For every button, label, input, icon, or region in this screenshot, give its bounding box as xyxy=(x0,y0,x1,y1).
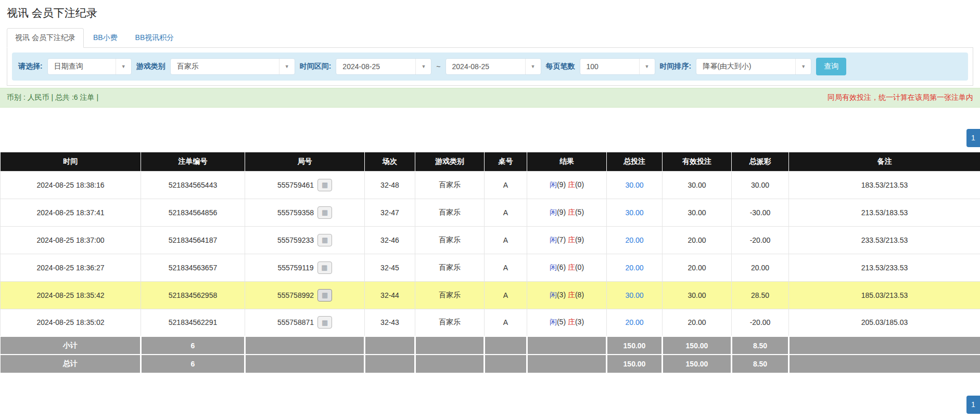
round-number-text: 555759233 xyxy=(277,236,314,244)
date-from-select[interactable]: 2024-08-25 ▼ xyxy=(336,58,431,75)
page-size-value: 100 xyxy=(580,62,639,71)
round-preview-icon[interactable]: ▦ xyxy=(317,179,332,191)
column-header-6: 结果 xyxy=(527,152,607,171)
total-bet-link[interactable]: 20.00 xyxy=(625,264,643,272)
result-player-value: (9) xyxy=(557,208,568,216)
result-player-value: (6) xyxy=(557,263,568,271)
info-bar: 币别 : 人民币 | 总共 :6 注单 | 同局有效投注，统一计算在该局第一张注… xyxy=(0,88,980,108)
cell-total-bet[interactable]: 20.00 xyxy=(607,254,663,281)
pagination-bottom: 1 xyxy=(0,396,980,414)
summary-count: 6 xyxy=(141,355,245,373)
round-preview-icon[interactable]: ▦ xyxy=(317,206,332,219)
round-preview-icon[interactable]: ▦ xyxy=(317,289,332,302)
cell-game-type: 百家乐 xyxy=(415,254,485,281)
query-type-value: 日期查询 xyxy=(48,62,116,71)
cell-total-bet[interactable]: 30.00 xyxy=(607,171,663,199)
cell-result: 闲(5) 庄(3) xyxy=(527,309,607,336)
round-number-group: 555759119▦ xyxy=(277,261,332,274)
page-title: 视讯 会员下注纪录 xyxy=(7,6,980,20)
grandtotal-row: 总计6150.00150.008.50 xyxy=(1,355,980,373)
cell-table-number: A xyxy=(485,281,527,309)
table-row: 2024-08-25 18:37:41521834564856555759358… xyxy=(1,199,980,226)
round-preview-icon[interactable]: ▦ xyxy=(317,261,332,274)
tab-2[interactable]: BB视讯积分 xyxy=(127,28,183,48)
chevron-down-icon: ▼ xyxy=(415,59,431,74)
summary-empty xyxy=(527,355,607,373)
page-1-button[interactable]: 1 xyxy=(966,129,980,147)
cell-total-bet[interactable]: 20.00 xyxy=(607,226,663,254)
search-button[interactable]: 查询 xyxy=(816,58,846,75)
result-player-value: (3) xyxy=(557,291,568,299)
table-row: 2024-08-25 18:35:42521834562958555758992… xyxy=(1,281,980,309)
cell-session: 32-46 xyxy=(365,226,415,254)
cell-result: 闲(7) 庄(9) xyxy=(527,226,607,254)
result-banker-label: 庄 xyxy=(568,291,575,299)
page-1-button[interactable]: 1 xyxy=(966,396,980,414)
total-bet-link[interactable]: 30.00 xyxy=(625,208,643,217)
date-to-value: 2024-08-25 xyxy=(446,62,525,71)
cell-session: 32-48 xyxy=(365,171,415,199)
cell-remark: 205.03/185.03 xyxy=(789,309,980,336)
result-banker-label: 庄 xyxy=(568,318,575,326)
result-banker-label: 庄 xyxy=(568,235,575,244)
cell-bet-number: 521834562958 xyxy=(141,281,245,309)
chevron-down-icon: ▼ xyxy=(639,59,655,74)
page-size-select[interactable]: 100 ▼ xyxy=(580,58,655,75)
summary-empty xyxy=(415,336,485,355)
round-preview-icon[interactable]: ▦ xyxy=(317,316,332,329)
cell-remark: 233.53/213.53 xyxy=(789,226,980,254)
date-to-select[interactable]: 2024-08-25 ▼ xyxy=(446,58,541,75)
round-preview-icon[interactable]: ▦ xyxy=(317,234,332,246)
summary-empty xyxy=(365,355,415,373)
result-player-value: (7) xyxy=(557,235,568,244)
table-header-row: 时间注单编号局号场次游戏类别桌号结果总投注有效投注总派彩备注 xyxy=(1,152,980,171)
chevron-down-icon: ▼ xyxy=(795,59,811,74)
cell-payout: 30.00 xyxy=(732,171,789,199)
cell-valid-bet: 20.00 xyxy=(663,309,732,336)
tab-1[interactable]: BB小费 xyxy=(85,28,126,48)
cell-total-bet[interactable]: 30.00 xyxy=(607,281,663,309)
cell-table-number: A xyxy=(485,226,527,254)
date-range-separator: ~ xyxy=(436,62,440,71)
total-bet-link[interactable]: 20.00 xyxy=(625,236,643,244)
result-banker-value: (3) xyxy=(575,318,584,326)
summary-label: 小计 xyxy=(1,336,141,355)
query-type-select[interactable]: 日期查询 ▼ xyxy=(47,58,132,75)
cell-total-bet[interactable]: 30.00 xyxy=(607,199,663,226)
column-header-8: 有效投注 xyxy=(663,152,732,171)
summary-empty xyxy=(365,336,415,355)
total-bet-link[interactable]: 20.00 xyxy=(625,318,643,326)
cell-session: 32-45 xyxy=(365,254,415,281)
time-sort-select[interactable]: 降幂(由大到小) ▼ xyxy=(696,58,811,75)
game-type-select[interactable]: 百家乐 ▼ xyxy=(170,58,295,75)
cell-bet-number: 521834563657 xyxy=(141,254,245,281)
chevron-down-icon: ▼ xyxy=(279,59,295,74)
summary-valid-bet: 150.00 xyxy=(663,336,732,355)
cell-round-number: 555759461▦ xyxy=(245,171,365,199)
result-player-label: 闲 xyxy=(550,180,557,189)
result-banker-value: (8) xyxy=(575,291,584,299)
cell-total-bet[interactable]: 20.00 xyxy=(607,309,663,336)
column-header-4: 游戏类别 xyxy=(415,152,485,171)
time-sort-value: 降幂(由大到小) xyxy=(696,62,795,71)
cell-valid-bet: 30.00 xyxy=(663,199,732,226)
total-bet-link[interactable]: 30.00 xyxy=(625,291,643,299)
cell-remark: 213.53/183.53 xyxy=(789,199,980,226)
valid-bet-notice: 同局有效投注，统一计算在该局第一张注单内 xyxy=(828,93,973,102)
table-row: 2024-08-25 18:38:16521834565443555759461… xyxy=(1,171,980,199)
cell-game-type: 百家乐 xyxy=(415,309,485,336)
cell-time: 2024-08-25 18:37:00 xyxy=(1,226,141,254)
cell-table-number: A xyxy=(485,199,527,226)
cell-remark: 213.53/233.53 xyxy=(789,254,980,281)
result-player-value: (5) xyxy=(557,318,568,326)
round-number-text: 555758992 xyxy=(277,291,314,299)
result-banker-label: 庄 xyxy=(568,263,575,271)
round-number-text: 555759358 xyxy=(277,208,314,217)
tab-0[interactable]: 视讯 会员下注纪录 xyxy=(7,28,84,48)
cell-table-number: A xyxy=(485,254,527,281)
result-player-label: 闲 xyxy=(550,235,557,244)
total-bet-link[interactable]: 30.00 xyxy=(625,181,643,189)
column-header-3: 场次 xyxy=(365,152,415,171)
cell-game-type: 百家乐 xyxy=(415,281,485,309)
round-number-text: 555759461 xyxy=(277,181,314,189)
